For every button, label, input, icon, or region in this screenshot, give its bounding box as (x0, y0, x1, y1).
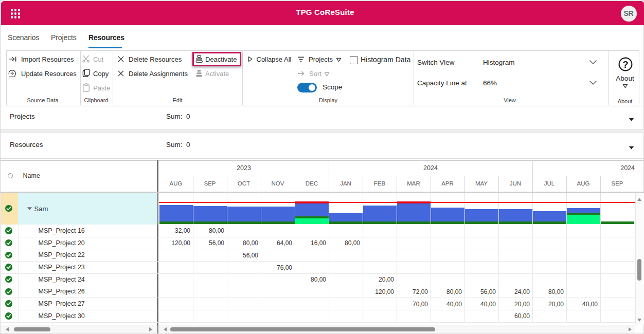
svg-text:?: ? (622, 59, 628, 69)
